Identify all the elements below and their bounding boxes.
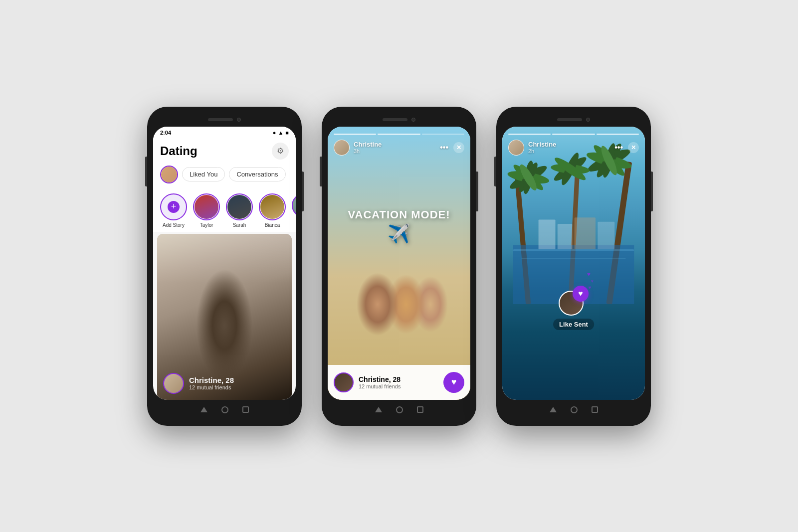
- plus-icon: +: [168, 201, 180, 213]
- profile-card[interactable]: Christine, 28 12 mutual friends: [157, 234, 292, 400]
- phone-3-nav: [502, 400, 645, 420]
- status-bar: 2:04 ● ▲ ■: [153, 127, 296, 139]
- back-button-2[interactable]: [375, 407, 382, 412]
- card-avatar: [163, 373, 184, 394]
- add-story-label: Add Story: [163, 222, 185, 228]
- liked-you-avatar[interactable]: [160, 166, 178, 183]
- p3-seg-2: [552, 134, 595, 135]
- story-username-3: Christine: [528, 141, 556, 148]
- story-add[interactable]: + Add Story: [160, 193, 187, 228]
- story-time: 3h: [354, 148, 382, 154]
- card-name: Christine, 28: [189, 376, 234, 384]
- like-sent-heart-icon: ♥: [573, 286, 589, 302]
- heart-float-3: ♥: [589, 285, 594, 290]
- phone-1: 2:04 ● ▲ ■ Dating ⚙ Liked You: [147, 107, 302, 426]
- signal-icon: ●: [273, 130, 276, 136]
- battery-icon: ■: [285, 130, 289, 136]
- status-icons: ● ▲ ■: [273, 130, 289, 136]
- story-progress: [334, 134, 464, 135]
- home-button-3[interactable]: [571, 406, 578, 413]
- sarah-avatar: [226, 193, 253, 220]
- stories-row: + Add Story Taylor Sarah: [153, 189, 296, 232]
- taylor-name: Taylor: [200, 222, 213, 228]
- svg-rect-23: [558, 224, 573, 249]
- story-card-text: Christine, 28 12 mutual friends: [359, 375, 400, 389]
- phone-2-speaker: [383, 118, 407, 121]
- back-button-3[interactable]: [550, 407, 557, 412]
- bianca-name: Bianca: [265, 222, 280, 228]
- settings-button[interactable]: ⚙: [272, 143, 289, 160]
- bianca-avatar: [259, 193, 286, 220]
- dating-screen: 2:04 ● ▲ ■ Dating ⚙ Liked You: [153, 127, 296, 400]
- phone-3-speaker: [557, 118, 582, 121]
- story-header: Christine 3h ••• ✕: [328, 127, 470, 160]
- like-sent-screen: Christine 2h ••• ✕: [502, 127, 645, 400]
- story-screen: Christine 3h ••• ✕ VACATION MODE! ✈️: [328, 127, 470, 400]
- recents-button[interactable]: [242, 406, 249, 413]
- story-time-3: 2h: [528, 148, 556, 154]
- heart-float-1: ♥: [587, 271, 594, 278]
- story-menu-button-3[interactable]: •••: [614, 143, 623, 152]
- bianca-photo: [260, 195, 284, 219]
- close-icon-3: ✕: [631, 144, 636, 151]
- sarah-photo: [227, 195, 251, 219]
- story-close-button[interactable]: ✕: [453, 142, 464, 153]
- story-card-info: Christine, 28 12 mutual friends ♥: [328, 365, 470, 400]
- tab-conversations[interactable]: Conversations: [229, 167, 285, 181]
- story-user-left: Christine 3h: [334, 140, 382, 156]
- story-menu-button[interactable]: •••: [440, 143, 448, 152]
- add-story-avatar: +: [160, 193, 187, 220]
- phone-2: Christine 3h ••• ✕ VACATION MODE! ✈️: [322, 107, 476, 426]
- story-taylor[interactable]: Taylor: [193, 193, 220, 228]
- taylor-avatar: [193, 193, 220, 220]
- svg-rect-22: [539, 219, 556, 249]
- like-sent-overlay: ♥ ♥ ♥ ♥ Like Sent: [553, 286, 594, 330]
- story-user-row: Christine 3h ••• ✕: [334, 140, 464, 156]
- phone-2-screen: Christine 3h ••• ✕ VACATION MODE! ✈️: [328, 127, 470, 400]
- close-icon: ✕: [456, 144, 461, 151]
- sarah-name: Sarah: [233, 222, 246, 228]
- phone-1-top-bar: [153, 113, 296, 127]
- story-card-name: Christine, 28: [359, 375, 400, 383]
- status-time: 2:04: [160, 130, 171, 136]
- vacation-label: VACATION MODE!: [348, 208, 450, 221]
- sp-avatar: [292, 193, 296, 217]
- phone-3: Christine 2h ••• ✕: [496, 107, 651, 426]
- story-user-left-3: Christine 2h: [508, 140, 556, 156]
- story-close-button-3[interactable]: ✕: [628, 142, 639, 153]
- dating-header: Dating ⚙: [153, 139, 296, 166]
- heart-icon-lg: ♥: [578, 289, 583, 298]
- like-button[interactable]: ♥: [443, 372, 464, 393]
- story-user-info: Christine 3h: [354, 141, 382, 154]
- svg-rect-20: [513, 249, 634, 250]
- story-card-left: Christine, 28 12 mutual friends: [334, 372, 400, 392]
- story-card-mutual: 12 mutual friends: [359, 383, 400, 389]
- story-user-avatar: [334, 140, 350, 156]
- progress-seg-2: [378, 134, 420, 135]
- story-progress-3: [508, 134, 639, 135]
- story-actions: ••• ✕: [440, 142, 464, 153]
- recents-button-2[interactable]: [417, 406, 423, 413]
- story-card-avatar: [334, 372, 354, 392]
- story-sarah[interactable]: Sarah: [226, 193, 253, 228]
- phone-3-screen: Christine 2h ••• ✕: [502, 127, 645, 400]
- phone-3-top-bar: [502, 113, 645, 127]
- recents-button-3[interactable]: [592, 406, 598, 413]
- card-mutual: 12 mutual friends: [189, 384, 234, 390]
- story-sp[interactable]: Sp...: [292, 193, 296, 225]
- svg-rect-25: [598, 221, 614, 249]
- beach-photo: [328, 127, 470, 400]
- home-button-2[interactable]: [396, 406, 403, 413]
- home-button[interactable]: [221, 406, 228, 413]
- phone-1-nav: [153, 400, 296, 420]
- gear-icon: ⚙: [277, 146, 284, 156]
- svg-rect-21: [522, 257, 626, 259]
- phone-1-screen: 2:04 ● ▲ ■ Dating ⚙ Liked You: [153, 127, 296, 400]
- card-text: Christine, 28 12 mutual friends: [189, 376, 234, 390]
- story-user-avatar-3: [508, 140, 524, 156]
- tabs-row: Liked You Conversations: [153, 166, 296, 189]
- back-button[interactable]: [200, 407, 207, 412]
- story-bianca[interactable]: Bianca: [259, 193, 286, 228]
- phone-2-nav: [328, 400, 470, 420]
- tab-liked-you[interactable]: Liked You: [182, 167, 225, 181]
